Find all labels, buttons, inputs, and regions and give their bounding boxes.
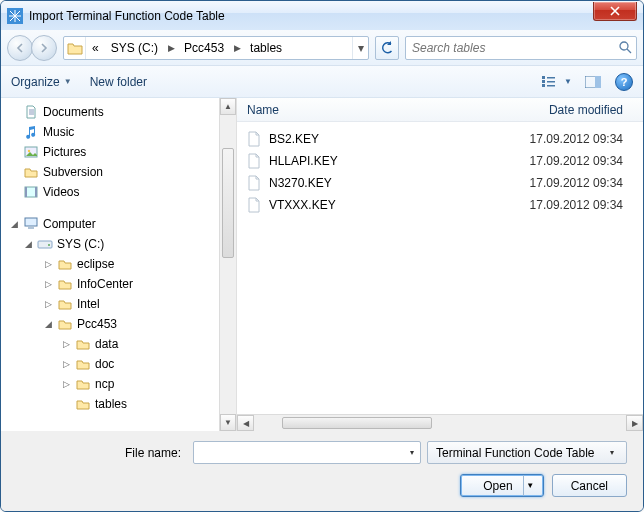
file-row[interactable]: VTXXX.KEY 17.09.2012 09:34 bbox=[237, 194, 643, 216]
svg-rect-14 bbox=[35, 187, 37, 197]
svg-rect-9 bbox=[595, 76, 601, 88]
expand-icon[interactable]: ▷ bbox=[43, 299, 53, 309]
document-icon bbox=[23, 104, 39, 120]
search-input[interactable] bbox=[410, 40, 615, 56]
file-icon bbox=[247, 153, 263, 169]
expand-icon[interactable]: ▷ bbox=[43, 259, 53, 269]
tree-item-drive-sys[interactable]: ◢SYS (C:) bbox=[1, 234, 236, 254]
expand-icon[interactable]: ◢ bbox=[23, 239, 33, 249]
file-icon bbox=[247, 197, 263, 213]
svg-point-11 bbox=[28, 150, 30, 152]
filename-input[interactable] bbox=[194, 446, 404, 460]
refresh-button[interactable] bbox=[375, 36, 399, 60]
tree-scrollbar[interactable]: ▲ ▼ bbox=[219, 98, 236, 431]
scroll-right-button[interactable]: ▶ bbox=[626, 415, 643, 431]
file-row[interactable]: N3270.KEY 17.09.2012 09:34 bbox=[237, 172, 643, 194]
open-split-dropdown[interactable]: ▼ bbox=[523, 475, 537, 496]
tree-item-ncp[interactable]: ▷ncp bbox=[1, 374, 236, 394]
tree-item-documents[interactable]: Documents bbox=[1, 102, 236, 122]
column-name[interactable]: Name bbox=[237, 103, 487, 117]
file-icon bbox=[247, 131, 263, 147]
folder-icon bbox=[75, 336, 91, 352]
chevron-right-icon[interactable]: ▶ bbox=[230, 43, 244, 53]
svg-point-18 bbox=[48, 244, 50, 246]
scroll-up-button[interactable]: ▲ bbox=[220, 98, 236, 115]
breadcrumb-seg-tables[interactable]: tables bbox=[244, 41, 288, 55]
expand-icon[interactable]: ▷ bbox=[61, 379, 71, 389]
tree-item-music[interactable]: Music bbox=[1, 122, 236, 142]
file-rows[interactable]: BS2.KEY 17.09.2012 09:34 HLLAPI.KEY 17.0… bbox=[237, 122, 643, 414]
breadcrumb-seg-sys[interactable]: SYS (C:) bbox=[105, 41, 164, 55]
nav-forward-button[interactable] bbox=[31, 35, 57, 61]
tree-item-infocenter[interactable]: ▷InfoCenter bbox=[1, 274, 236, 294]
tree-item-subversion[interactable]: Subversion bbox=[1, 162, 236, 182]
tree-item-videos[interactable]: Videos bbox=[1, 182, 236, 202]
breadcrumb-seg-pcc453[interactable]: Pcc453 bbox=[178, 41, 230, 55]
column-date[interactable]: Date modified bbox=[539, 103, 643, 117]
nav-back-button[interactable] bbox=[7, 35, 33, 61]
svg-point-1 bbox=[620, 42, 628, 50]
pictures-icon bbox=[23, 144, 39, 160]
file-icon bbox=[247, 175, 263, 191]
expand-icon[interactable]: ▷ bbox=[61, 339, 71, 349]
filetype-filter[interactable]: Terminal Function Code Table ▾ bbox=[427, 441, 627, 464]
command-bar: Organize▼ New folder ▼ ? bbox=[1, 66, 643, 98]
tree-item-data[interactable]: ▷data bbox=[1, 334, 236, 354]
file-hscrollbar[interactable]: ◀ ▶ bbox=[237, 414, 643, 431]
close-button[interactable] bbox=[593, 2, 637, 21]
folder-icon bbox=[75, 356, 91, 372]
body: Documents Music Pictures Subversion Vide… bbox=[1, 98, 643, 431]
chevron-down-icon[interactable]: ▾ bbox=[404, 448, 420, 457]
svg-rect-4 bbox=[542, 84, 545, 87]
tree-item-eclipse[interactable]: ▷eclipse bbox=[1, 254, 236, 274]
help-button[interactable]: ? bbox=[615, 73, 633, 91]
search-box[interactable] bbox=[405, 36, 637, 60]
expand-icon[interactable]: ▷ bbox=[43, 279, 53, 289]
folder-open-icon bbox=[57, 316, 73, 332]
svg-rect-6 bbox=[547, 81, 555, 83]
expand-icon[interactable]: ◢ bbox=[43, 319, 53, 329]
tree-item-intel[interactable]: ▷Intel bbox=[1, 294, 236, 314]
view-mode-button[interactable]: ▼ bbox=[537, 71, 577, 93]
title-bar[interactable]: Import Terminal Function Code Table bbox=[1, 1, 643, 30]
computer-icon bbox=[23, 216, 39, 232]
music-icon bbox=[23, 124, 39, 140]
chevron-down-icon: ▼ bbox=[64, 77, 72, 86]
preview-pane-button[interactable] bbox=[579, 71, 607, 93]
folder-icon bbox=[57, 296, 73, 312]
file-row[interactable]: BS2.KEY 17.09.2012 09:34 bbox=[237, 128, 643, 150]
scroll-thumb[interactable] bbox=[282, 417, 432, 429]
expand-icon[interactable]: ◢ bbox=[9, 219, 19, 229]
tree-item-doc[interactable]: ▷doc bbox=[1, 354, 236, 374]
address-bar[interactable]: « SYS (C:)▶ Pcc453▶ tables ▾ bbox=[63, 36, 369, 60]
file-row[interactable]: HLLAPI.KEY 17.09.2012 09:34 bbox=[237, 150, 643, 172]
nav-tree[interactable]: Documents Music Pictures Subversion Vide… bbox=[1, 98, 237, 431]
organize-menu[interactable]: Organize▼ bbox=[11, 75, 72, 89]
open-button[interactable]: Open ▼ bbox=[460, 474, 543, 497]
tree-item-tables[interactable]: ▷tables bbox=[1, 394, 236, 414]
new-folder-button[interactable]: New folder bbox=[90, 75, 147, 89]
address-history-dropdown[interactable]: ▾ bbox=[352, 37, 368, 59]
chevron-down-icon[interactable]: ▾ bbox=[604, 448, 620, 457]
tree-item-computer[interactable]: ◢Computer bbox=[1, 214, 236, 234]
svg-rect-16 bbox=[28, 227, 34, 229]
tree-item-pictures[interactable]: Pictures bbox=[1, 142, 236, 162]
drive-icon bbox=[37, 236, 53, 252]
filename-combobox[interactable]: ▾ bbox=[193, 441, 421, 464]
videos-icon bbox=[23, 184, 39, 200]
breadcrumb-prefix[interactable]: « bbox=[86, 41, 105, 55]
cancel-button[interactable]: Cancel bbox=[552, 474, 627, 497]
filename-label: File name: bbox=[17, 446, 187, 460]
scroll-thumb[interactable] bbox=[222, 148, 234, 258]
expand-icon[interactable]: ▷ bbox=[61, 359, 71, 369]
svg-rect-7 bbox=[547, 85, 555, 87]
scroll-down-button[interactable]: ▼ bbox=[220, 414, 236, 431]
chevron-right-icon[interactable]: ▶ bbox=[164, 43, 178, 53]
tree-item-pcc453[interactable]: ◢Pcc453 bbox=[1, 314, 236, 334]
chevron-down-icon: ▼ bbox=[564, 77, 572, 86]
folder-icon bbox=[23, 164, 39, 180]
svg-rect-2 bbox=[542, 76, 545, 79]
scroll-left-button[interactable]: ◀ bbox=[237, 415, 254, 431]
folder-icon bbox=[75, 376, 91, 392]
column-headers[interactable]: Name Date modified bbox=[237, 98, 643, 122]
